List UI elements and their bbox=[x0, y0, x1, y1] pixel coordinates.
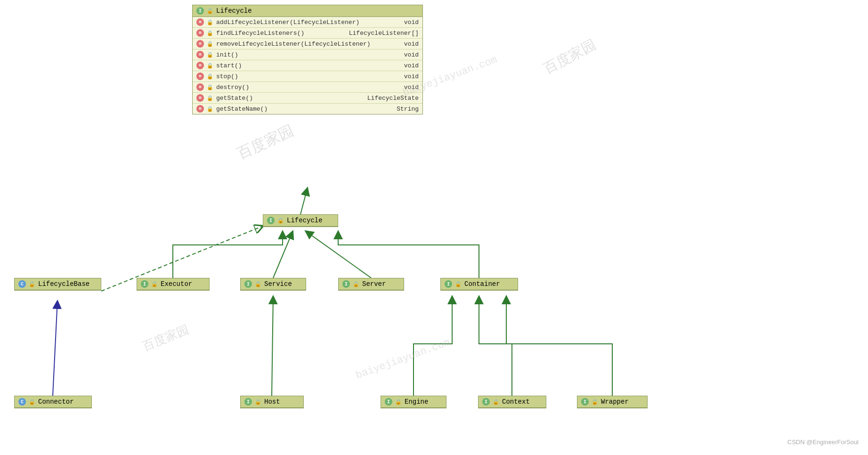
lock-icon-svc: 🔒 bbox=[255, 281, 261, 287]
method-row-7: m 🔒 destroy() void bbox=[193, 82, 422, 93]
wrapper-header: I 🔒 Wrapper bbox=[577, 396, 647, 408]
lock-icon-9: 🔒 bbox=[207, 106, 213, 112]
lock-icon-mid: 🔒 bbox=[277, 217, 284, 224]
interface-icon-wrapper: I bbox=[581, 398, 589, 406]
interface-icon-service: I bbox=[244, 280, 252, 288]
lifecycle-interface-top-label: Lifecycle bbox=[216, 7, 252, 15]
method-icon-1: m bbox=[196, 18, 204, 26]
method-name-6: stop() bbox=[216, 73, 401, 80]
method-icon-8: m bbox=[196, 94, 204, 102]
engine-header: I 🔒 Engine bbox=[381, 396, 446, 408]
svg-line-8 bbox=[272, 296, 273, 396]
executor-box: I 🔒 Executor bbox=[137, 278, 210, 291]
method-return-2: LifecycleListener[] bbox=[349, 30, 419, 37]
method-row-2: m 🔒 findLifecycleListeners() LifecycleLi… bbox=[193, 28, 422, 39]
context-label: Context bbox=[502, 398, 530, 406]
host-box: I 🔒 Host bbox=[240, 396, 304, 408]
lifecycle-base-header: C 🔒 LifecycleBase bbox=[15, 278, 101, 290]
method-name-3: removeLifecycleListener(LifecycleListene… bbox=[216, 41, 401, 48]
service-label: Service bbox=[264, 280, 292, 288]
interface-icon: I bbox=[196, 7, 204, 15]
engine-label: Engine bbox=[405, 398, 428, 406]
method-return-6: void bbox=[404, 73, 419, 80]
method-return-7: void bbox=[404, 84, 419, 91]
interface-icon-engine: I bbox=[385, 398, 392, 406]
service-box: I 🔒 Service bbox=[240, 278, 306, 291]
server-box: I 🔒 Server bbox=[338, 278, 404, 291]
method-row-4: m 🔒 init() void bbox=[193, 49, 422, 60]
svg-line-6 bbox=[305, 231, 371, 278]
svg-line-7 bbox=[53, 301, 57, 396]
lock-icon-8: 🔒 bbox=[207, 95, 213, 101]
executor-label: Executor bbox=[161, 280, 192, 288]
method-row-5: m 🔒 start() void bbox=[193, 60, 422, 71]
lifecycle-interface-mid: I 🔒 Lifecycle bbox=[263, 214, 338, 227]
method-name-5: start() bbox=[216, 62, 401, 69]
method-return-9: String bbox=[397, 106, 419, 113]
lock-icon-eng: 🔒 bbox=[395, 398, 402, 405]
interface-icon-executor: I bbox=[141, 280, 148, 288]
lock-icon: 🔒 bbox=[207, 8, 213, 14]
method-name-8: getState() bbox=[216, 95, 365, 102]
method-name-9: getStateName() bbox=[216, 106, 394, 113]
method-icon-2: m bbox=[196, 29, 204, 37]
interface-icon-host: I bbox=[244, 398, 252, 406]
lock-icon-4: 🔒 bbox=[207, 51, 213, 58]
lifecycle-base-box: C 🔒 LifecycleBase bbox=[14, 278, 101, 291]
connector-header: C 🔒 Connector bbox=[15, 396, 91, 408]
lock-icon-2: 🔒 bbox=[207, 30, 213, 36]
method-return-5: void bbox=[404, 62, 419, 69]
wrapper-label: Wrapper bbox=[601, 398, 629, 406]
arrows-svg bbox=[0, 0, 868, 455]
method-icon-4: m bbox=[196, 51, 204, 58]
lock-icon-srv: 🔒 bbox=[353, 281, 359, 287]
method-name-2: findLifecycleListeners() bbox=[216, 30, 346, 37]
method-name-7: destroy() bbox=[216, 84, 401, 91]
interface-icon-context: I bbox=[482, 398, 490, 406]
container-box: I 🔒 Container bbox=[440, 278, 518, 291]
diagram-container: I 🔒 Lifecycle m 🔒 addLifecycleListener(L… bbox=[0, 0, 868, 455]
server-label: Server bbox=[362, 280, 386, 288]
lock-icon-7: 🔒 bbox=[207, 84, 213, 90]
container-header: I 🔒 Container bbox=[441, 278, 518, 290]
method-return-3: void bbox=[404, 41, 419, 48]
method-row-8: m 🔒 getState() LifecycleState bbox=[193, 93, 422, 104]
host-label: Host bbox=[264, 398, 280, 406]
connector-box: C 🔒 Connector bbox=[14, 396, 92, 408]
method-row-6: m 🔒 stop() void bbox=[193, 71, 422, 82]
executor-header: I 🔒 Executor bbox=[137, 278, 209, 290]
method-icon-3: m bbox=[196, 40, 204, 48]
engine-box: I 🔒 Engine bbox=[381, 396, 446, 408]
svg-line-3 bbox=[300, 187, 308, 214]
method-row-3: m 🔒 removeLifecycleListener(LifecycleLis… bbox=[193, 39, 422, 49]
interface-icon-mid: I bbox=[267, 217, 275, 224]
lifecycle-interface-mid-label: Lifecycle bbox=[287, 217, 323, 224]
method-icon-6: m bbox=[196, 73, 204, 80]
lock-icon-host: 🔒 bbox=[255, 398, 261, 405]
connector-label: Connector bbox=[38, 398, 74, 406]
method-row-1: m 🔒 addLifecycleListener(LifecycleListen… bbox=[193, 17, 422, 28]
interface-icon-container: I bbox=[445, 280, 452, 288]
svg-line-5 bbox=[273, 231, 293, 278]
method-return-1: void bbox=[404, 19, 419, 26]
lock-icon-wrap: 🔒 bbox=[592, 398, 598, 405]
csdn-credit: CSDN @EngineerForSoul bbox=[787, 439, 859, 446]
lock-icon-5: 🔒 bbox=[207, 62, 213, 69]
lock-icon-6: 🔒 bbox=[207, 73, 213, 80]
lifecycle-interface-top: I 🔒 Lifecycle m 🔒 addLifecycleListener(L… bbox=[192, 5, 423, 114]
lock-icon-1: 🔒 bbox=[207, 19, 213, 25]
watermark-1: 百度家园 bbox=[234, 120, 298, 164]
lock-icon-ctx: 🔒 bbox=[493, 398, 499, 405]
lifecycle-base-label: LifecycleBase bbox=[38, 280, 89, 288]
method-name-1: addLifecycleListener(LifecycleListener) bbox=[216, 19, 401, 26]
interface-icon-server: I bbox=[342, 280, 350, 288]
context-box: I 🔒 Context bbox=[478, 396, 546, 408]
method-icon-7: m bbox=[196, 83, 204, 91]
host-header: I 🔒 Host bbox=[241, 396, 303, 408]
method-row-9: m 🔒 getStateName() String bbox=[193, 104, 422, 114]
server-header: I 🔒 Server bbox=[339, 278, 404, 290]
method-return-8: LifecycleState bbox=[367, 95, 419, 102]
wrapper-box: I 🔒 Wrapper bbox=[577, 396, 648, 408]
service-header: I 🔒 Service bbox=[241, 278, 306, 290]
container-label: Container bbox=[464, 280, 500, 288]
